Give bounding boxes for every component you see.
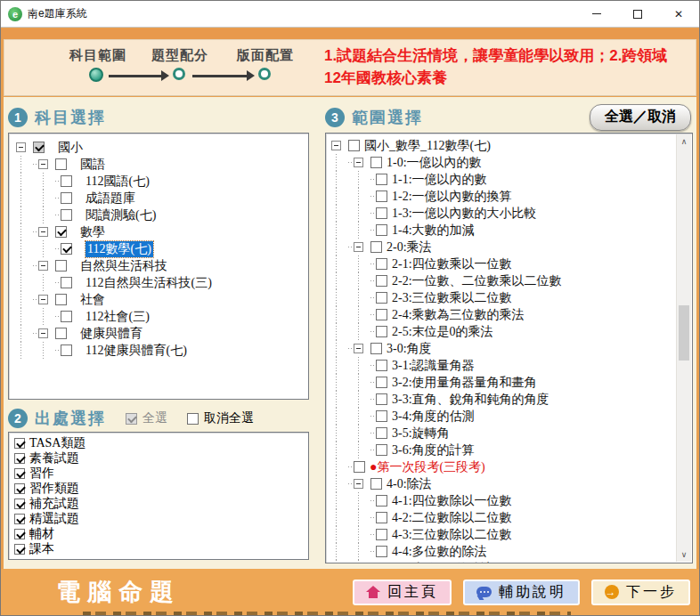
tree-checkbox[interactable] [61,311,72,322]
tree-node[interactable]: 2-5:末位是0的乘法 [331,323,674,340]
help-button[interactable]: 輔助說明 [463,580,580,605]
source-list-item[interactable]: 習作類題 [14,481,306,496]
tree-checkbox[interactable] [61,175,72,187]
tree-checkbox[interactable] [61,192,72,204]
tree-label[interactable]: 2-1:四位數乘以一位數 [392,256,512,272]
tree-label[interactable]: 3-0:角度 [387,341,432,357]
deselect-all-checkbox-box[interactable] [187,413,199,425]
source-checkbox[interactable] [14,544,25,555]
close-button[interactable]: ✕ [658,1,699,27]
tree-node[interactable]: 4-4:多位數的除法 [331,543,674,560]
collapse-icon[interactable] [354,242,363,252]
source-checkbox[interactable] [14,498,25,509]
source-checkbox[interactable] [14,453,25,464]
tree-node[interactable]: 112社會(三) [16,308,306,325]
tree-node[interactable]: 2-3:三位數乘以二位數 [331,289,674,306]
collapse-icon[interactable] [38,295,48,304]
tree-node[interactable]: 4-1:四位數除以一位數 [331,492,674,509]
source-list-item[interactable]: 輔材 [14,526,306,541]
tree-label[interactable]: 1-0:一億以內的數 [387,155,482,171]
tree-checkbox[interactable] [376,377,387,388]
tree-label[interactable]: 2-4:乘數為三位數的乘法 [392,307,525,323]
tree-label[interactable]: 112數學(七) [85,241,153,257]
tree-checkbox[interactable] [376,309,387,320]
tree-checkbox[interactable] [55,294,67,305]
tree-label[interactable]: 112社會(三) [85,309,150,325]
next-button[interactable]: →下一步 [591,580,690,605]
source-list-item[interactable]: 精選試題 [14,511,306,526]
tree-checkbox[interactable] [33,142,45,153]
tree-checkbox[interactable] [376,444,387,456]
source-checkbox[interactable] [14,438,25,449]
tree-node[interactable]: 3-3:直角、銳角和鈍角的角度 [331,391,674,408]
tree-label[interactable]: ●第一次段考(三段考) [370,459,485,475]
tree-checkbox[interactable] [376,563,387,563]
tree-node[interactable]: 1-3:一億以內數的大小比較 [331,205,674,222]
deselect-all-checkbox[interactable]: 取消全選 [187,410,254,426]
tree-node[interactable]: ●第一次段考(三段考) [331,458,674,475]
tree-checkbox[interactable] [376,360,387,371]
tree-checkbox[interactable] [55,260,67,272]
collapse-icon[interactable] [38,159,48,169]
tree-node[interactable]: 2-4:乘數為三位數的乘法 [331,306,674,323]
tree-label[interactable]: 閱讀測驗(七) [85,207,156,223]
tree-checkbox[interactable] [376,190,387,202]
tree-node[interactable]: 成語題庫 [16,190,306,207]
tree-node[interactable]: 3-6:角度的計算 [331,442,674,458]
tree-label[interactable]: 2-5:末位是0的乘法 [392,324,493,340]
tree-checkbox[interactable] [354,461,365,473]
tree-label[interactable]: 3-3:直角、銳角和鈍角的角度 [392,392,549,408]
tree-label[interactable]: 數學 [80,224,105,240]
tree-checkbox[interactable] [348,140,360,151]
tree-checkbox[interactable] [376,393,387,405]
tree-label[interactable]: 3-6:角度的計算 [392,442,475,458]
tree-label[interactable]: 2-2:一位數、二位數乘以二位數 [392,273,562,289]
tree-label[interactable]: 3-2:使用量角器量角和畫角 [392,375,537,391]
tree-label[interactable]: 1-3:一億以內數的大小比較 [392,206,537,222]
source-checkbox[interactable] [14,514,25,524]
tree-checkbox[interactable] [376,326,387,337]
tree-node[interactable]: 1-2:一億以內數的換算 [331,188,674,205]
tree-label[interactable]: 社會 [80,292,105,308]
tree-label[interactable]: 國小 [58,140,83,156]
source-list-item[interactable]: 習作 [14,466,306,481]
tree-checkbox[interactable] [370,478,382,490]
tree-label[interactable]: 健康與體育 [80,326,142,342]
tree-checkbox[interactable] [61,243,72,255]
source-list-item[interactable]: 課本 [14,541,306,556]
tree-checkbox[interactable] [376,224,387,236]
tree-checkbox[interactable] [376,546,387,557]
tree-checkbox[interactable] [376,495,387,507]
collapse-icon[interactable] [354,344,363,353]
maximize-button[interactable] [617,1,658,27]
tree-node[interactable]: 社會 [16,291,306,308]
tree-checkbox[interactable] [61,277,72,288]
source-checkbox[interactable] [14,483,25,494]
tree-label[interactable]: 4-4:多位數的除法 [392,544,487,560]
tree-checkbox[interactable] [376,258,387,270]
scroll-thumb[interactable] [679,305,689,361]
tree-checkbox[interactable] [61,209,72,221]
tree-checkbox[interactable] [55,158,67,170]
tree-label[interactable]: 4-3:三位數除以二位數 [392,527,512,543]
tree-checkbox[interactable] [370,241,382,253]
collapse-icon[interactable] [331,141,341,150]
tree-node[interactable]: 112國語(七) [16,173,306,190]
tree-checkbox[interactable] [376,174,387,185]
tree-label[interactable]: 3-1:認識量角器 [392,358,475,374]
collapse-icon[interactable] [38,261,48,271]
tree-label[interactable]: 2-3:三位數乘以二位數 [392,290,512,306]
tree-node[interactable]: 閱讀測驗(七) [16,207,306,223]
tree-label[interactable]: 國小_數學_112數學(七) [364,138,491,154]
tree-node[interactable]: 1-4:大數的加減 [331,222,674,239]
tree-checkbox[interactable] [376,292,387,304]
tree-node[interactable]: 國語 [16,156,306,173]
tree-label[interactable]: 1-2:一億以內數的換算 [392,189,512,205]
collapse-icon[interactable] [38,328,48,338]
tree-label[interactable]: 2-0:乘法 [387,239,432,255]
home-button[interactable]: 回主頁 [353,580,452,605]
tree-node[interactable]: 1-0:一億以內的數 [331,154,674,171]
tree-label[interactable]: 4-0:除法 [387,476,432,492]
tree-node[interactable]: 2-2:一位數、二位數乘以二位數 [331,272,674,289]
tree-label[interactable]: 112自然與生活科技(三) [85,275,212,291]
